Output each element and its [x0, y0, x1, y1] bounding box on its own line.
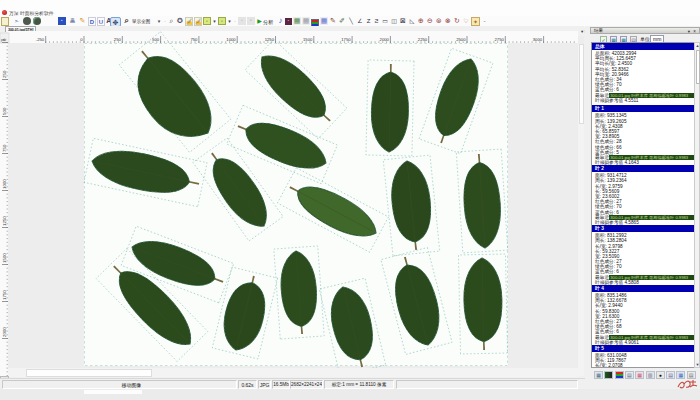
svg-text:250: 250 — [114, 37, 122, 42]
svg-text:2750: 2750 — [494, 37, 504, 42]
svg-text:2000: 2000 — [2, 327, 7, 337]
svg-text:1250: 1250 — [265, 37, 275, 42]
svg-text:-250: -250 — [36, 37, 45, 42]
svg-text:750: 750 — [2, 144, 7, 152]
svg-text:2000: 2000 — [380, 37, 390, 42]
svg-text:250: 250 — [2, 70, 7, 78]
svg-text:3000: 3000 — [533, 37, 543, 42]
svg-text:1000: 1000 — [226, 37, 236, 42]
svg-text:2250: 2250 — [418, 37, 428, 42]
svg-text:2500: 2500 — [456, 37, 466, 42]
svg-text:500: 500 — [2, 107, 7, 115]
svg-text:1000: 1000 — [2, 179, 7, 189]
svg-text:1250: 1250 — [2, 216, 7, 226]
svg-text:1750: 1750 — [341, 37, 351, 42]
svg-text:1750: 1750 — [2, 290, 7, 300]
svg-text:750: 750 — [190, 37, 198, 42]
svg-text:1500: 1500 — [2, 253, 7, 263]
svg-text:1500: 1500 — [303, 37, 313, 42]
